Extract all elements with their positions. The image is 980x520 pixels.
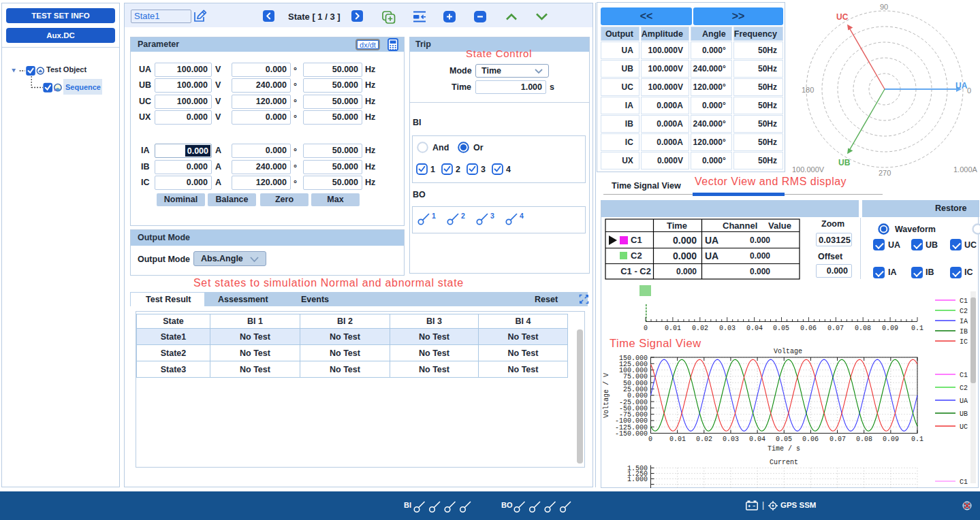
svg-text:Voltage: Voltage: [774, 348, 802, 355]
svg-text:UC: UC: [836, 12, 849, 22]
svg-text:0.03: 0.03: [719, 325, 736, 332]
svg-text:C2: C2: [960, 385, 968, 392]
svg-text:0.02: 0.02: [696, 436, 712, 443]
svg-text:0.03: 0.03: [723, 436, 739, 443]
svg-text:C2: C2: [960, 308, 968, 315]
svg-text:100.000V: 100.000V: [792, 165, 825, 174]
svg-text:IB: IB: [960, 328, 968, 336]
svg-text:0.000: 0.000: [673, 235, 697, 246]
svg-text:Channel: Channel: [723, 221, 757, 231]
svg-text:0.07: 0.07: [827, 325, 844, 332]
svg-text:C1: C1: [631, 235, 642, 245]
svg-text:270: 270: [879, 169, 891, 177]
svg-text:C1: C1: [960, 297, 968, 305]
svg-text:UA: UA: [955, 81, 968, 91]
svg-text:UB: UB: [960, 410, 968, 418]
svg-text:UC: UC: [960, 423, 968, 431]
svg-text:C1: C1: [960, 372, 968, 379]
svg-text:0.1: 0.1: [911, 436, 923, 443]
svg-text:90: 90: [880, 3, 888, 11]
svg-text:0.09: 0.09: [882, 325, 898, 332]
svg-text:0.000: 0.000: [750, 251, 770, 261]
svg-text:Voltage / V: Voltage / V: [603, 373, 610, 418]
svg-text:0.04: 0.04: [746, 325, 763, 332]
svg-text:0: 0: [648, 436, 652, 443]
svg-text:0: 0: [967, 86, 971, 95]
svg-text:UA: UA: [705, 235, 718, 246]
svg-text:2: 2: [461, 212, 465, 220]
svg-text:UB: UB: [838, 158, 851, 167]
svg-text:C2: C2: [631, 250, 642, 261]
svg-text:0.000: 0.000: [676, 267, 697, 276]
svg-text:UA: UA: [960, 397, 968, 405]
svg-text:0.04: 0.04: [749, 436, 765, 443]
svg-text:Current: Current: [770, 459, 798, 466]
svg-text:0.05: 0.05: [776, 436, 792, 443]
svg-text:3: 3: [490, 212, 494, 220]
svg-text:1.000A: 1.000A: [953, 165, 978, 174]
svg-text:0.01: 0.01: [665, 325, 681, 332]
svg-text:UA: UA: [705, 250, 718, 261]
svg-text:0.08: 0.08: [855, 325, 871, 332]
svg-text:-150.000: -150.000: [615, 430, 648, 438]
svg-text:0.08: 0.08: [856, 436, 872, 443]
svg-text:0.000: 0.000: [750, 235, 770, 245]
svg-text:Time / s: Time / s: [768, 445, 800, 453]
svg-text:IC: IC: [960, 338, 968, 346]
svg-text:0.07: 0.07: [829, 436, 846, 443]
svg-text:1: 1: [432, 212, 436, 220]
svg-text:0.06: 0.06: [800, 325, 817, 332]
svg-text:IA: IA: [960, 318, 968, 325]
svg-text:Value: Value: [768, 221, 791, 231]
svg-text:4: 4: [520, 212, 524, 220]
svg-text:0.000: 0.000: [673, 250, 697, 261]
svg-text:0.01: 0.01: [669, 436, 686, 443]
svg-text:0.02: 0.02: [692, 325, 708, 332]
svg-text:C1: C1: [960, 478, 968, 486]
svg-text:0.1: 0.1: [911, 325, 923, 332]
svg-text:Time: Time: [667, 221, 687, 231]
svg-text:180: 180: [802, 86, 814, 94]
svg-text:0.06: 0.06: [802, 436, 819, 443]
svg-text:0.05: 0.05: [773, 325, 789, 332]
svg-text:C1 - C2: C1 - C2: [620, 266, 651, 276]
svg-text:0.000: 0.000: [750, 267, 770, 276]
svg-text:0.09: 0.09: [883, 436, 899, 443]
svg-text:1.000: 1.000: [627, 476, 648, 483]
svg-text:0: 0: [644, 325, 648, 332]
